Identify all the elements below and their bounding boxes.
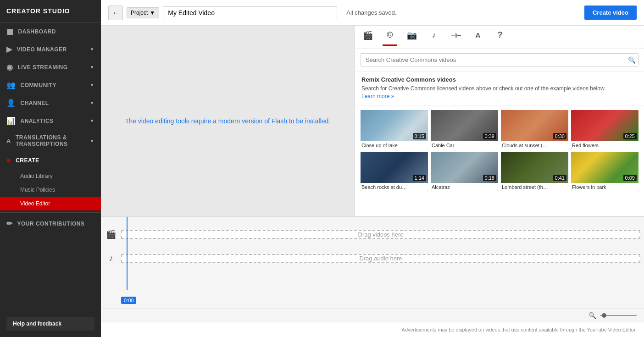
main-area: ← Project ▼ All changes saved. Create vi…: [101, 0, 644, 337]
video-track-row: 🎬 Drag videos here: [101, 222, 644, 246]
project-label: Project: [131, 10, 148, 16]
sidebar-item-dashboard[interactable]: ▦ DASHBOARD: [0, 22, 101, 40]
thumb-label-redflowers: Red flowers: [571, 141, 638, 149]
sidebar-subitem-video-editor[interactable]: Video Editor: [0, 197, 101, 210]
saved-status: All changes saved.: [346, 9, 581, 16]
video-thumb-lombard[interactable]: 0:41 Lombard street (th…: [501, 152, 568, 191]
tab-transitions[interactable]: ⊣⊢: [449, 28, 463, 46]
zoom-handle[interactable]: [602, 313, 606, 318]
sidebar-item-label: COMMUNITY: [21, 82, 57, 88]
sidebar-item-label: VIDEO MANAGER: [17, 46, 67, 53]
channel-icon: 👤: [6, 99, 16, 107]
thumb-image-sunset: 0:30: [501, 110, 568, 141]
sidebar-item-label: LIVE STREAMING: [18, 64, 68, 71]
project-title-input[interactable]: [163, 6, 337, 19]
tab-video[interactable]: 🎬: [361, 28, 375, 46]
thumb-duration-cable: 0:39: [483, 133, 496, 139]
timeline-playhead: [127, 217, 128, 290]
project-chevron-icon: ▼: [150, 10, 155, 16]
chevron-down-icon: ▼: [90, 118, 94, 123]
thumb-image-flowerpark: 0:09: [571, 152, 638, 183]
flash-message: The video editing tools require a modern…: [116, 108, 339, 134]
sidebar-item-channel[interactable]: 👤 CHANNEL ▼: [0, 94, 101, 112]
thumb-image-lake: 0:15: [361, 110, 428, 141]
thumb-duration-lake: 0:15: [413, 133, 426, 139]
thumb-label-beach: Beach rocks at du…: [361, 183, 428, 191]
timeline-toolbar: 🔍: [101, 309, 644, 322]
video-thumb-cable[interactable]: 0:39 Cable Car: [431, 110, 498, 149]
search-input[interactable]: [361, 53, 638, 66]
community-icon: 👥: [6, 81, 16, 89]
sidebar-item-video-manager[interactable]: ▶ VIDEO MANAGER ▼: [0, 40, 101, 58]
thumb-duration-sunset: 0:30: [553, 133, 566, 139]
audio-drop-area[interactable]: Drag audio here: [121, 254, 640, 263]
thumb-image-beach: 1:14: [361, 152, 428, 183]
remix-info: Remix Creative Commons videos Search for…: [355, 72, 644, 105]
sidebar-item-live-streaming[interactable]: ◉ LIVE STREAMING ▼: [0, 58, 101, 76]
sidebar-item-analytics[interactable]: 📊 ANALYTICS ▼: [0, 112, 101, 130]
topbar: ← Project ▼ All changes saved. Create vi…: [101, 0, 644, 26]
sidebar-item-translations[interactable]: A TRANSLATIONS & TRANSCRIPTIONS ▼: [0, 130, 101, 152]
tab-help[interactable]: ?: [493, 28, 507, 46]
audio-track-row: ♪ Drag audio here: [101, 246, 644, 270]
analytics-icon: 📊: [6, 116, 16, 125]
video-drop-area[interactable]: Drag videos here: [121, 230, 640, 239]
sidebar-item-label: TRANSLATIONS & TRANSCRIPTIONS: [16, 134, 90, 147]
video-thumb-redflowers[interactable]: 0:25 Red flowers: [571, 110, 638, 149]
help-feedback-button[interactable]: Help and feedback: [6, 317, 94, 331]
thumb-label-cable: Cable Car: [431, 141, 498, 149]
back-button[interactable]: ←: [108, 6, 123, 20]
tab-text[interactable]: A: [471, 28, 485, 46]
chevron-down-icon: ▼: [90, 65, 94, 70]
video-thumb-alcatraz[interactable]: 0:18 Alcatraz: [431, 152, 498, 191]
zoom-slider[interactable]: [600, 315, 637, 316]
editor-area: The video editing tools require a modern…: [101, 26, 644, 216]
learn-more-link[interactable]: Learn more »: [361, 93, 394, 99]
create-icon: ■: [6, 156, 11, 165]
sidebar-item-community[interactable]: 👥 COMMUNITY ▼: [0, 76, 101, 94]
video-thumb-sunset[interactable]: 0:30 Clouds at sunset (…: [501, 110, 568, 149]
sidebar-item-contributions[interactable]: ✏ YOUR CONTRIBUTIONS: [0, 215, 101, 232]
sidebar-item-label: CREATE: [16, 157, 39, 164]
sidebar-item-create[interactable]: ■ CREATE: [0, 152, 101, 169]
sidebar: CREATOR STUDIO ▦ DASHBOARD ▶ VIDEO MANAG…: [0, 0, 101, 337]
thumb-image-lombard: 0:41: [501, 152, 568, 183]
remix-desc: Search for Creative Commons licensed vid…: [361, 85, 638, 100]
sidebar-item-label: ANALYTICS: [21, 118, 54, 124]
search-icon[interactable]: 🔍: [628, 56, 636, 64]
audio-track-icon: ♪: [101, 254, 121, 263]
video-grid: 0:15 Close up of lake 0:39 Cable Car 0:3…: [361, 110, 638, 191]
thumb-label-alcatraz: Alcatraz: [431, 183, 498, 191]
footer: Advertisements may be displayed on video…: [101, 322, 644, 337]
thumb-duration-alcatraz: 0:18: [483, 175, 496, 181]
tab-music[interactable]: ♪: [427, 28, 441, 46]
contributions-icon: ✏: [6, 219, 13, 228]
tab-cc[interactable]: ©: [383, 28, 397, 46]
video-thumb-flowerpark[interactable]: 0:09 Flowers in park: [571, 152, 638, 191]
tab-photo[interactable]: 📷: [405, 28, 419, 46]
thumb-image-cable: 0:39: [431, 110, 498, 141]
sidebar-subitem-audio-library[interactable]: Audio Library: [0, 169, 101, 183]
footer-text: Advertisements may be displayed on video…: [402, 327, 637, 332]
live-streaming-icon: ◉: [6, 63, 13, 72]
video-thumb-beach[interactable]: 1:14 Beach rocks at du…: [361, 152, 428, 191]
timeline: 🎬 Drag videos here ♪ Drag audio here 0:0…: [101, 216, 644, 322]
project-dropdown[interactable]: Project ▼: [127, 7, 159, 18]
create-video-button[interactable]: Create video: [584, 6, 637, 20]
thumb-label-sunset: Clouds at sunset (…: [501, 141, 568, 149]
timeline-inner: 🎬 Drag videos here ♪ Drag audio here 0:0…: [101, 217, 644, 309]
panel-tabs: 🎬 © 📷 ♪ ⊣⊢ A ?: [355, 26, 644, 49]
thumb-label-flowerpark: Flowers in park: [571, 183, 638, 191]
video-grid-wrap: 0:15 Close up of lake 0:39 Cable Car 0:3…: [355, 105, 644, 216]
chevron-down-icon: ▼: [90, 47, 94, 52]
thumb-duration-beach: 1:14: [413, 175, 426, 181]
chevron-down-icon: ▼: [90, 138, 94, 144]
sidebar-subitem-music-policies[interactable]: Music Policies: [0, 183, 101, 197]
thumb-image-alcatraz: 0:18: [431, 152, 498, 183]
translations-icon: A: [6, 138, 11, 144]
dashboard-icon: ▦: [6, 27, 14, 36]
studio-title: CREATOR STUDIO: [0, 0, 101, 22]
video-track-icon: 🎬: [101, 229, 121, 239]
thumb-duration-lombard: 0:41: [553, 175, 566, 181]
video-thumb-lake[interactable]: 0:15 Close up of lake: [361, 110, 428, 149]
